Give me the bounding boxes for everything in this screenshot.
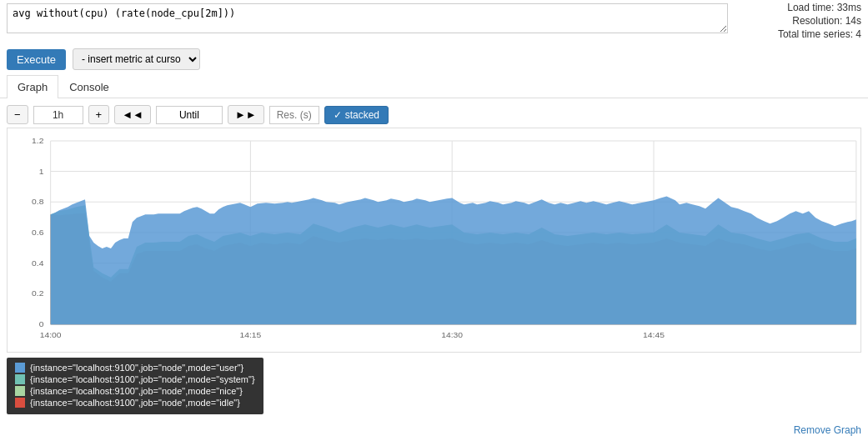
resolution-value: 14s [845,15,861,27]
legend-label-idle: {instance="localhost:9100",job="node",mo… [30,398,240,408]
legend-item-nice: {instance="localhost:9100",job="node",mo… [15,386,255,396]
tabs: Graph Console [0,75,868,98]
legend-color-idle [15,398,25,408]
remove-graph-button[interactable]: Remove Graph [794,424,861,436]
query-input[interactable]: avg without(cpu) (rate(node_cpu[2m])) [7,3,728,33]
graph-controls: − 1h + ◄◄ ►► ✓ stacked [0,98,868,128]
svg-text:1: 1 [39,167,44,176]
legend-label-nice: {instance="localhost:9100",job="node",mo… [30,386,243,396]
legend-color-system [15,374,25,384]
legend-color-nice [15,386,25,396]
execute-button[interactable]: Execute [7,49,66,70]
svg-text:0.6: 0.6 [32,228,44,237]
svg-text:14:00: 14:00 [40,330,62,339]
legend-color-user [15,363,25,373]
zoom-out-button[interactable]: − [7,105,28,124]
legend-label-user: {instance="localhost:9100",job="node",mo… [30,363,243,373]
legend-item-system: {instance="localhost:9100",job="node",mo… [15,374,255,384]
load-time-value: 33ms [837,2,861,13]
stacked-button[interactable]: ✓ stacked [324,106,389,124]
total-time-value: 4 [855,28,861,40]
svg-text:1.2: 1.2 [32,136,44,145]
resolution-label: Resolution: [792,15,842,27]
legend-item-user: {instance="localhost:9100",job="node",mo… [15,363,255,373]
chart-container: 0 0.2 0.4 0.6 0.8 1 1.2 14:00 14:15 14:3… [7,128,861,353]
forward-button[interactable]: ►► [228,105,264,124]
tab-graph[interactable]: Graph [7,75,58,98]
stacked-check-icon: ✓ [334,109,342,121]
until-input[interactable] [156,106,223,124]
svg-text:0.4: 0.4 [32,258,44,268]
back-button[interactable]: ◄◄ [114,105,151,124]
svg-text:14:45: 14:45 [643,330,665,339]
legend: {instance="localhost:9100",job="node",mo… [0,353,868,419]
stacked-label: stacked [345,109,379,121]
tab-console[interactable]: Console [58,75,120,98]
time-range-display: 1h [33,106,83,124]
svg-text:0: 0 [39,319,44,328]
svg-text:14:30: 14:30 [441,330,463,339]
chart-svg: 0 0.2 0.4 0.6 0.8 1 1.2 14:00 14:15 14:3… [8,128,860,352]
legend-label-system: {instance="localhost:9100",job="node",mo… [30,374,255,384]
svg-text:0.8: 0.8 [32,198,44,207]
meta-info: Load time: 33ms Resolution: 14s Total ti… [735,0,868,43]
footer: Remove Graph [0,419,868,441]
toolbar: Execute - insert metric at curso [0,43,868,75]
res-input[interactable] [269,106,319,124]
legend-item-idle: {instance="localhost:9100",job="node",mo… [15,398,255,408]
total-time-label: Total time series: [778,28,853,40]
svg-text:14:15: 14:15 [239,330,261,339]
zoom-in-button[interactable]: + [88,105,110,124]
metric-select[interactable]: - insert metric at curso [73,48,200,70]
svg-text:0.2: 0.2 [32,289,44,298]
load-time-label: Load time: [787,2,834,13]
